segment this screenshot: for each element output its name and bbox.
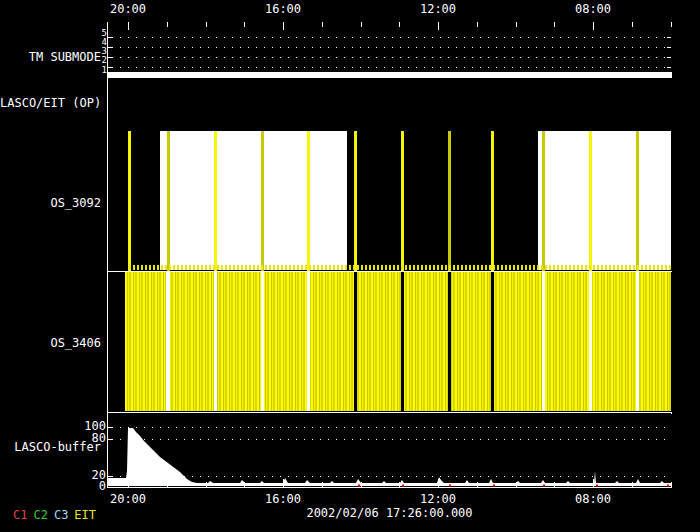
hour-tick: [671, 22, 672, 27]
row-label-os-3406: OS_3406: [0, 337, 101, 350]
tm-dotted-gridline: [112, 37, 670, 38]
buffer-dotted-gridline: [112, 427, 670, 428]
panel-lasco-buffer: [108, 414, 672, 487]
panel-os-3406: [108, 272, 672, 412]
panel-os-3092: [108, 131, 672, 271]
time-label: 16:00: [262, 492, 304, 506]
row-label-lasco-eit-op: LASCO/EIT (OP): [0, 97, 101, 110]
red-mark: [449, 485, 451, 487]
stripe-gap: [542, 272, 545, 411]
legend-item-c1: C1: [13, 508, 27, 522]
top-time-axis-labels: 20:0016:0012:0008:00: [107, 2, 672, 17]
stripe-gap: [214, 272, 217, 411]
state-segment-white: [538, 131, 671, 270]
event-line: [214, 131, 217, 271]
hour-tick: [399, 22, 400, 27]
buffer-side-tick: [108, 439, 112, 440]
time-label: 20:00: [107, 2, 149, 16]
panel-tm-submode: [108, 22, 672, 79]
stripe-gap: [448, 272, 451, 411]
tm-side-tick: [667, 67, 671, 68]
bottom-axis-line: [107, 487, 672, 488]
tm-side-tick: [667, 47, 671, 48]
tm-level-label: 1: [97, 66, 107, 75]
stripe-gap: [589, 272, 592, 411]
tm-side-tick: [667, 75, 671, 76]
stripe-gap: [261, 272, 264, 411]
event-line: [636, 131, 639, 271]
red-mark: [667, 485, 669, 487]
tm-side-tick: [108, 37, 112, 38]
buffer-dotted-gridline: [112, 439, 670, 440]
major-tick: [128, 22, 129, 30]
stripe-gap: [354, 272, 357, 411]
hour-tick: [632, 22, 633, 27]
panel-border: [107, 412, 672, 413]
event-line: [589, 131, 592, 271]
row-label-tm-submode: TM SUBMODE: [0, 51, 101, 64]
major-tick: [283, 22, 284, 30]
buffer-side-tick: [108, 487, 112, 488]
red-mark: [493, 485, 495, 487]
hour-tick: [361, 482, 362, 487]
hour-tick: [244, 482, 245, 487]
red-mark: [402, 485, 404, 487]
stripe-gap: [636, 272, 639, 411]
event-line: [261, 131, 264, 271]
major-tick: [283, 479, 284, 487]
event-line: [167, 131, 170, 271]
major-tick: [438, 22, 439, 30]
hour-tick: [322, 22, 323, 27]
tm-side-tick: [667, 37, 671, 38]
hour-tick: [477, 482, 478, 487]
tm-side-tick: [667, 57, 671, 58]
tm-level-label: 2: [97, 56, 107, 65]
tm-side-tick: [108, 47, 112, 48]
time-label: 08:00: [572, 2, 614, 16]
tm-dotted-gridline: [112, 57, 670, 58]
hour-tick: [206, 22, 207, 27]
buffer-fill-curve: [108, 428, 671, 486]
hour-tick: [477, 22, 478, 27]
tm-submode-value-bar: [108, 72, 672, 78]
time-label: 12:00: [417, 2, 459, 16]
event-line: [354, 131, 357, 271]
hour-tick: [322, 482, 323, 487]
major-tick: [128, 479, 129, 487]
major-tick: [593, 479, 594, 487]
tm-dotted-gridline: [112, 67, 670, 68]
hour-tick: [167, 482, 168, 487]
buffer-side-tick: [108, 427, 112, 428]
hour-tick: [399, 482, 400, 487]
os-3092-dash-strip: [129, 265, 671, 270]
hour-tick: [361, 22, 362, 27]
legend-item-c3: C3: [54, 508, 68, 522]
buffer-dotted-gridline: [112, 476, 670, 477]
buffer-ytick-label: 80: [78, 433, 106, 444]
event-line: [491, 131, 494, 271]
time-label: 20:00: [107, 492, 149, 506]
major-tick: [593, 22, 594, 30]
event-line: [448, 131, 451, 271]
stripe-gap: [166, 272, 170, 411]
event-line: [401, 131, 404, 271]
hour-tick: [671, 482, 672, 487]
stripe-gap: [491, 272, 494, 411]
row-label-os-3092: OS_3092: [0, 197, 101, 210]
hour-tick: [516, 22, 517, 27]
legend-item-eit: EIT: [74, 508, 96, 522]
hour-tick: [554, 22, 555, 27]
plot-timestamp: 2002/02/06 17:26:00.000: [107, 506, 672, 520]
major-tick: [438, 479, 439, 487]
tm-side-tick: [108, 67, 112, 68]
telemetry-timeline-screen: 20:0016:0012:0008:00 20:0016:0012:0008:0…: [0, 0, 700, 532]
hour-tick: [167, 22, 168, 27]
state-segment-white: [160, 131, 347, 270]
hour-tick: [206, 482, 207, 487]
stripe-gap: [307, 272, 310, 411]
tm-side-tick: [108, 57, 112, 58]
time-label: 12:00: [417, 492, 459, 506]
stripe-gap: [401, 272, 404, 411]
time-label: 16:00: [262, 2, 304, 16]
buffer-ytick-label: 0: [78, 481, 106, 492]
